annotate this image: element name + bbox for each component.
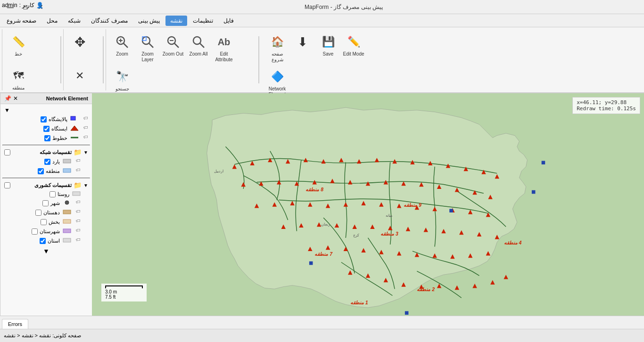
sidebar-close-button[interactable]: ✕ — [13, 95, 18, 102]
tab-errors[interactable]: Errors — [2, 319, 28, 329]
svg-point-10 — [193, 37, 201, 44]
region-3: 3 منطقه — [380, 231, 398, 236]
layer-ostan-tag[interactable]: 🏷 — [73, 237, 81, 244]
svg-line-5 — [149, 43, 153, 48]
layer-istgah[interactable]: 🏷 ایستگاه — [2, 124, 90, 133]
zoom-button[interactable]: Zoom — [110, 31, 134, 64]
layer-mantaqeh-tag[interactable]: 🏷 — [73, 167, 81, 175]
layer-palayeshgah-checkbox[interactable] — [41, 116, 47, 122]
load-button[interactable]: ⬇ — [290, 31, 315, 64]
layer-yard-checkbox[interactable] — [44, 159, 50, 165]
layer-shahr[interactable]: 🏷 شهر — [2, 198, 90, 208]
layer-dehestan-checkbox[interactable] — [35, 210, 41, 216]
layer-shahrestan-tag[interactable]: 🏷 — [73, 228, 81, 235]
layer-dehestan[interactable]: 🏷 دهستان — [2, 208, 90, 217]
search-label: جستجو — [116, 86, 129, 92]
edit-attribute-button[interactable]: Ab Edit Attribute — [212, 31, 236, 65]
sidebar-title: Network Element — [18, 96, 88, 101]
layer-bakhsh-checkbox[interactable] — [41, 219, 47, 225]
layer-khotut-tag[interactable]: 🏷 — [81, 134, 88, 142]
menu-pishbini[interactable]: پیش بینی — [133, 16, 165, 26]
layer-yard-tag[interactable]: 🏷 — [73, 158, 81, 165]
home-icon: 🏠 — [269, 33, 286, 50]
menu-naghsheh[interactable]: نقشه — [165, 16, 187, 26]
coordinates-display: x=46.11; y=29.88 Redraw time: 0.125s — [572, 97, 640, 114]
svg-marker-98 — [455, 285, 459, 290]
svg-rect-20 — [63, 220, 71, 223]
home-label: صفحه شروع — [266, 51, 288, 63]
layer-roosta-icon — [71, 191, 81, 197]
layer-yard-label: یارد — [52, 159, 60, 165]
line-tool-button[interactable]: 📏 خط — [6, 31, 31, 64]
menu-sahfeh-shorou[interactable]: صفحه شروع — [2, 16, 41, 26]
layer-shahrestan[interactable]: 🏷 شهرستان — [2, 227, 90, 236]
layer-khotut-checkbox[interactable] — [44, 135, 50, 141]
zoom-all-button[interactable]: Zoom All — [186, 31, 211, 64]
layer-istgah-tag[interactable]: 🏷 — [81, 125, 88, 132]
edit-mode-button[interactable]: ✏️ Edit Mode — [341, 31, 366, 64]
line-icon: 📏 — [10, 33, 27, 50]
sidebar-scroll-down[interactable]: ▼ — [43, 247, 50, 255]
move-button[interactable]: ✥ — [67, 31, 92, 64]
layer-shahrestan-checkbox[interactable] — [32, 228, 38, 235]
edit-attribute-label: Edit Attribute — [213, 51, 235, 63]
layer-dehestan-tag[interactable]: 🏷 — [73, 209, 81, 216]
region-8: 8 منطقه — [305, 187, 323, 192]
toolbar-move-section: ✥ ✕ ⚙ 🔧 ابزار ویرایش — [63, 29, 101, 90]
svg-rect-102 — [309, 261, 313, 265]
layer-bakhsh-tag[interactable]: 🏷 — [73, 218, 81, 226]
save-button[interactable]: 💾 Save — [316, 31, 340, 64]
menu-tanzeemat[interactable]: تنظیمات — [188, 16, 218, 26]
layer-palayeshgah[interactable]: 🏷 پالایشگاه — [2, 114, 90, 124]
menu-masraf-konandegan[interactable]: مصرف کنندگان — [86, 16, 132, 26]
zoom-icon — [114, 33, 131, 50]
divider-2 — [103, 36, 104, 83]
home-button[interactable]: 🏠 صفحه شروع — [265, 31, 289, 65]
username-value: admin — [2, 2, 17, 8]
layer-istgah-checkbox[interactable] — [43, 126, 50, 132]
layer-bakhsh[interactable]: 🏷 بخش — [2, 217, 90, 227]
save-icon: 💾 — [320, 33, 337, 50]
layer-ostan-checkbox[interactable] — [40, 238, 46, 244]
zoom-out-button[interactable]: Zoom Out — [161, 31, 185, 64]
layer-mantaqeh-checkbox[interactable] — [38, 168, 44, 174]
layer-roosta[interactable]: روستا — [2, 190, 90, 198]
layer-mantaqeh[interactable]: 🏷 منطقه — [2, 166, 90, 176]
group-keshvari-checkbox[interactable] — [4, 182, 10, 188]
divider-1 — [258, 36, 259, 83]
zoom-label: Zoom — [116, 51, 128, 57]
map-area[interactable]: 8 منطقه 9 منطقه 3 منطقه 4 منطقه 7 منطقه … — [92, 93, 644, 316]
layer-palayeshgah-tag[interactable]: 🏷 — [81, 115, 88, 123]
menu-file[interactable]: فایل — [219, 16, 239, 26]
sidebar-content: ▼ 🏷 پالایشگاه 🏷 ایستگاه — [0, 104, 92, 316]
city-label-4: زنجان — [321, 222, 330, 227]
group-shabakeh-checkbox[interactable] — [4, 149, 10, 155]
menu-mahal[interactable]: محل — [42, 16, 62, 26]
redraw-time: Redraw time: 0.125s — [577, 106, 636, 112]
layer-ostan[interactable]: 🏷 استان — [2, 236, 90, 245]
tree-expand-icon[interactable]: ▼ — [4, 107, 10, 114]
edit-mode-label: Edit Mode — [343, 51, 364, 57]
svg-point-18 — [65, 201, 69, 204]
svg-rect-22 — [63, 238, 71, 242]
menu-shabakeh[interactable]: شبکه — [63, 16, 85, 26]
svg-rect-16 — [63, 169, 71, 172]
layer-shahr-icon — [62, 200, 71, 206]
city-label-1: اردبیل — [214, 169, 223, 173]
layer-dehestan-label: دهستان — [43, 210, 60, 216]
group-keshvari-header[interactable]: ▼ 📁 تقسیمات کشوری — [2, 180, 90, 190]
layer-khotut[interactable]: 🏷 خطوط — [2, 133, 90, 143]
group-shabakeh-header[interactable]: ▼ 📁 تقسیمات شبکه — [2, 147, 90, 157]
svg-rect-17 — [73, 192, 80, 195]
layer-roosta-checkbox[interactable] — [50, 191, 56, 197]
layer-roosta-label: روستا — [58, 191, 69, 197]
scale-meters: 3.0 m — [105, 289, 117, 294]
move-icon: ✥ — [71, 33, 88, 50]
layer-shahr-checkbox[interactable] — [42, 200, 49, 206]
layer-shahr-tag[interactable]: 🏷 — [73, 199, 81, 207]
svg-rect-12 — [71, 116, 75, 120]
toolbar-file-section: 🏠 صفحه شروع ⬇ 💾 Save ✏️ Edit Mode 🔷 Netw… — [261, 29, 393, 90]
layer-yard[interactable]: 🏷 یارد — [2, 157, 90, 166]
sidebar-pin-button[interactable]: 📌 — [4, 95, 11, 102]
zoom-layer-button[interactable]: Zoom Layer — [135, 31, 160, 65]
